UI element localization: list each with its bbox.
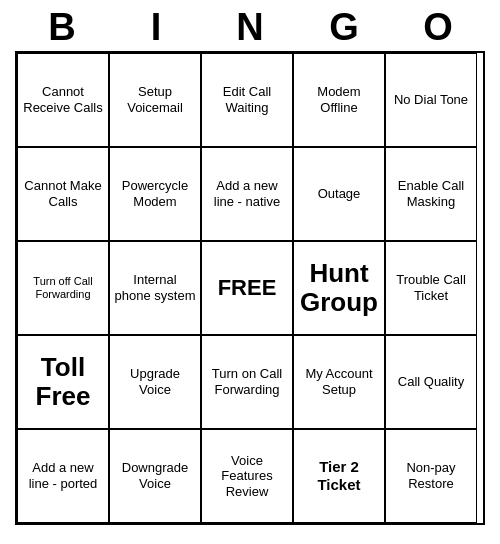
cell-0-0: Cannot Receive Calls [17,53,109,147]
cell-3-2: Turn on Call Forwarding [201,335,293,429]
cell-1-3: Outage [293,147,385,241]
cell-2-0: Turn off Call Forwarding [17,241,109,335]
cell-0-3: Modem Offline [293,53,385,147]
header-letter-O: O [394,6,482,49]
cell-2-1: Internal phone system [109,241,201,335]
cell-4-1: Downgrade Voice [109,429,201,523]
cell-1-4: Enable Call Masking [385,147,477,241]
cell-3-4: Call Quality [385,335,477,429]
cell-3-3: My Account Setup [293,335,385,429]
cell-1-1: Powercycle Modem [109,147,201,241]
header-letter-B: B [18,6,106,49]
cell-4-2: Voice Features Review [201,429,293,523]
header-letter-I: I [112,6,200,49]
cell-2-4: Trouble Call Ticket [385,241,477,335]
cell-4-4: Non-pay Restore [385,429,477,523]
cell-1-2: Add a new line - native [201,147,293,241]
cell-1-0: Cannot Make Calls [17,147,109,241]
cell-3-1: Upgrade Voice [109,335,201,429]
cell-0-2: Edit Call Waiting [201,53,293,147]
cell-0-4: No Dial Tone [385,53,477,147]
header-letter-N: N [206,6,294,49]
cell-2-3: Hunt Group [293,241,385,335]
cell-4-3: Tier 2 Ticket [293,429,385,523]
cell-3-0: Toll Free [17,335,109,429]
cell-0-1: Setup Voicemail [109,53,201,147]
cell-2-2: FREE [201,241,293,335]
header-letter-G: G [300,6,388,49]
bingo-grid: Cannot Receive CallsSetup VoicemailEdit … [15,51,485,525]
bingo-header: BINGO [15,0,485,51]
cell-4-0: Add a new line - ported [17,429,109,523]
